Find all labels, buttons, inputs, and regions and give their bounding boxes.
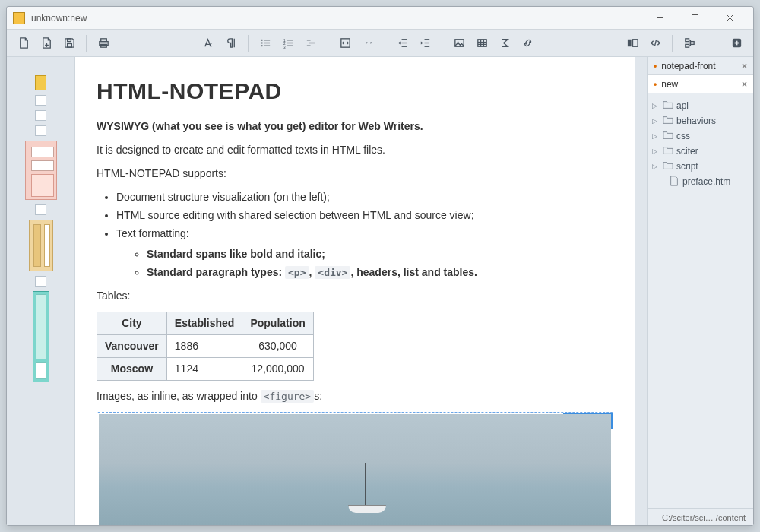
table-cell: 1124 (166, 358, 242, 381)
tree-folder[interactable]: ▷sciter (652, 144, 749, 159)
folder-icon (663, 115, 673, 128)
tables-label: Tables: (97, 288, 613, 304)
supports-paragraph: HTML-NOTEPAD supports: (97, 166, 613, 182)
close-button[interactable] (712, 7, 747, 30)
tab-notepad-front[interactable]: • notepad-front × (648, 57, 753, 75)
page[interactable]: HTML-NOTEPAD WYSIWYG (what you see is wh… (75, 57, 635, 525)
outline-panel[interactable] (7, 57, 75, 525)
design-paragraph: It is designed to create and edit format… (97, 142, 613, 158)
svg-point-11 (261, 45, 262, 46)
outline-block[interactable] (35, 95, 46, 106)
expand-icon[interactable]: ▷ (652, 147, 660, 155)
print-button[interactable] (93, 33, 114, 54)
image-button[interactable] (448, 33, 470, 54)
minimize-button[interactable] (642, 7, 677, 30)
open-tabs: • notepad-front × • new × (648, 57, 753, 93)
lead-paragraph: WYSIWYG (what you see is what you get) e… (97, 119, 613, 135)
link-button[interactable] (517, 33, 538, 54)
table-cell: 1886 (166, 335, 242, 358)
bullet-list-button[interactable] (255, 33, 276, 54)
close-tab-icon[interactable]: × (742, 79, 747, 90)
folder-icon (663, 160, 673, 173)
formula-button[interactable] (494, 33, 515, 54)
quote-button[interactable] (357, 33, 378, 54)
toolbar: 123 (7, 30, 753, 57)
svg-rect-41 (685, 44, 689, 47)
table-row: Moscow 1124 12,000,000 (97, 358, 314, 381)
folder-icon (663, 130, 673, 143)
new-button[interactable] (13, 33, 34, 54)
outline-group[interactable] (29, 220, 53, 271)
table-row: Vancouver 1886 630,000 (97, 335, 314, 358)
outline-group[interactable] (33, 291, 49, 382)
side-panel: • notepad-front × • new × ▷api ▷behavior… (647, 57, 753, 525)
expand-icon[interactable]: ▷ (652, 102, 660, 109)
tree-folder[interactable]: ▷api (652, 98, 749, 113)
list-item: HTML source editing with shared selectio… (116, 207, 613, 223)
svg-rect-5 (67, 39, 71, 42)
expand-icon[interactable]: ▷ (652, 132, 660, 140)
numbered-list-button[interactable]: 123 (277, 33, 299, 54)
svg-text:3: 3 (283, 46, 285, 49)
indent-button[interactable] (414, 33, 435, 54)
feature-list: Document structure visualization (on the… (97, 189, 613, 280)
table-header: Population (242, 312, 313, 335)
folder-icon (663, 100, 673, 112)
definition-list-button[interactable] (300, 33, 321, 54)
outline-group[interactable] (25, 141, 57, 200)
svg-rect-31 (454, 40, 463, 46)
table-header: Established (166, 312, 242, 335)
editor-area: HTML-NOTEPAD WYSIWYG (what you see is wh… (75, 57, 647, 525)
expand-icon[interactable]: ▷ (652, 117, 660, 125)
tree-file[interactable]: preface.htm (652, 174, 749, 189)
vertical-scrollbar[interactable] (635, 57, 647, 525)
file-icon (669, 176, 679, 188)
images-label: Images, as inline, as wrapped into <figu… (97, 388, 613, 404)
table-cell: Moscow (97, 358, 167, 381)
nav-toggle-button[interactable] (622, 33, 643, 54)
explorer-button[interactable] (679, 33, 700, 54)
maximize-button[interactable] (677, 7, 712, 30)
dedent-button[interactable] (391, 33, 413, 54)
save-button[interactable] (59, 33, 80, 54)
inline-code: <div> (315, 266, 350, 279)
svg-point-10 (261, 43, 262, 44)
figure[interactable]: <figure> sample for notepad (97, 412, 613, 525)
dirty-indicator-icon: • (654, 61, 657, 71)
outline-block[interactable] (35, 276, 46, 287)
page-title: HTML-NOTEPAD (97, 74, 613, 108)
paragraph-button[interactable] (220, 33, 242, 54)
table-cell: 630,000 (242, 335, 313, 358)
expand-icon[interactable]: ▷ (652, 163, 660, 170)
list-item: Text formatting: Standard spans like bol… (116, 226, 613, 280)
table-header-row: City Established Population (97, 312, 314, 335)
font-button[interactable] (198, 33, 219, 54)
app-window: unknown:new 123 (6, 6, 754, 526)
feature-sublist: Standard spans like bold and italic; Sta… (116, 246, 613, 280)
outline-block[interactable] (35, 75, 46, 90)
svg-rect-40 (685, 39, 689, 42)
folder-icon (663, 145, 673, 158)
window-title: unknown:new (31, 13, 642, 24)
tab-new[interactable]: • new × (648, 75, 753, 93)
open-button[interactable] (36, 33, 57, 54)
outline-block[interactable] (35, 110, 46, 121)
tree-folder[interactable]: ▷css (652, 128, 749, 144)
source-button[interactable] (644, 33, 666, 54)
list-item: Document structure visualization (on the… (116, 189, 613, 205)
svg-rect-39 (632, 40, 638, 46)
code-block-button[interactable] (334, 33, 356, 54)
outline-block[interactable] (35, 204, 46, 215)
tree-folder[interactable]: ▷behaviors (652, 113, 749, 128)
tree-folder[interactable]: ▷script (652, 159, 749, 174)
tab-label: notepad-front (661, 61, 715, 71)
close-tab-icon[interactable]: × (742, 61, 747, 71)
table-button[interactable] (471, 33, 492, 54)
table-cell: Vancouver (97, 335, 167, 358)
svg-rect-1 (692, 15, 698, 21)
svg-point-9 (261, 40, 262, 41)
add-tab-button[interactable] (726, 33, 747, 54)
sample-table: City Established Population Vancouver 18… (97, 312, 314, 381)
list-item: Standard spans like bold and italic; (147, 246, 613, 262)
outline-block[interactable] (35, 125, 46, 136)
